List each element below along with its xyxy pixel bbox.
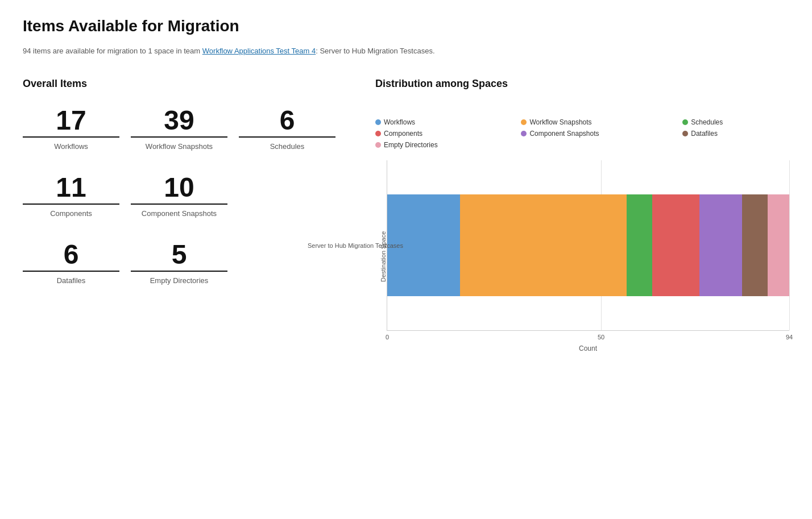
y-axis-label: Destination Space bbox=[375, 160, 387, 352]
stat-item: 39Workflow Snapshots bbox=[131, 107, 227, 151]
legend-item: Datafiles bbox=[682, 130, 789, 138]
legend-dot bbox=[682, 131, 688, 136]
stat-label: Workflows bbox=[54, 142, 88, 151]
legend-dot bbox=[521, 119, 527, 125]
legend-dot bbox=[682, 119, 688, 125]
bar-segment-component-snapshots bbox=[699, 194, 742, 296]
x-tick: 94 bbox=[786, 334, 793, 341]
chart-area: 05094Server to Hub Migration Testcases bbox=[387, 160, 789, 331]
stat-item: 11Components bbox=[23, 174, 119, 218]
space-label: Server to Hub Migration Testcases bbox=[308, 242, 403, 249]
x-tick: 50 bbox=[598, 334, 604, 341]
subtitle: 94 items are available for migration to … bbox=[23, 47, 789, 55]
stat-item: 17Workflows bbox=[23, 107, 119, 151]
left-panel: Overall Items 17Workflows39Workflow Snap… bbox=[23, 78, 353, 285]
stat-number: 10 bbox=[131, 174, 227, 205]
legend-label: Component Snapshots bbox=[529, 130, 599, 138]
stat-item: 10Component Snapshots bbox=[131, 174, 227, 218]
legend-dot bbox=[375, 119, 381, 125]
bar-segment-empty-directories bbox=[768, 194, 789, 296]
right-panel: Distribution among Spaces WorkflowsWorkf… bbox=[375, 78, 789, 352]
legend-label: Empty Directories bbox=[384, 141, 438, 149]
distribution-title: Distribution among Spaces bbox=[375, 78, 789, 90]
stat-number: 39 bbox=[131, 107, 227, 138]
legend-dot bbox=[375, 131, 381, 136]
legend-item: Component Snapshots bbox=[521, 130, 665, 138]
bar-row: Server to Hub Migration Testcases bbox=[387, 160, 789, 330]
stat-label: Component Snapshots bbox=[142, 209, 217, 218]
legend: WorkflowsWorkflow SnapshotsSchedulesComp… bbox=[375, 118, 789, 149]
stat-label: Empty Directories bbox=[150, 276, 209, 285]
overall-items-title: Overall Items bbox=[23, 78, 353, 90]
x-axis-title: Count bbox=[387, 344, 789, 352]
stat-label: Datafiles bbox=[57, 276, 86, 285]
bar-segment-workflow-snapshots bbox=[460, 194, 627, 296]
subtitle-prefix: 94 items are available for migration to … bbox=[23, 47, 202, 55]
stat-number: 11 bbox=[23, 174, 119, 205]
stat-item: 6Datafiles bbox=[23, 241, 119, 285]
legend-label: Schedules bbox=[691, 118, 723, 126]
stat-number: 6 bbox=[23, 241, 119, 272]
stat-label: Components bbox=[50, 209, 92, 218]
stat-number: 6 bbox=[239, 107, 335, 138]
page-title: Items Available for Migration bbox=[23, 17, 789, 35]
bar-segment-components bbox=[652, 194, 699, 296]
legend-item: Workflow Snapshots bbox=[521, 118, 665, 126]
legend-label: Workflow Snapshots bbox=[529, 118, 591, 126]
chart-inner: 05094Server to Hub Migration Testcases C… bbox=[387, 160, 789, 352]
x-tick: 0 bbox=[386, 334, 389, 341]
bar-segment-schedules bbox=[627, 194, 652, 296]
stats-grid: 17Workflows39Workflow Snapshots6Schedule… bbox=[23, 107, 335, 285]
stat-label: Schedules bbox=[270, 142, 305, 151]
legend-label: Datafiles bbox=[691, 130, 718, 138]
stat-label: Workflow Snapshots bbox=[146, 142, 213, 151]
legend-label: Components bbox=[384, 130, 422, 138]
legend-dot bbox=[521, 131, 527, 136]
legend-item: Components bbox=[375, 130, 504, 138]
grid-line bbox=[789, 160, 790, 330]
chart-container: WorkflowsWorkflow SnapshotsSchedulesComp… bbox=[375, 107, 789, 352]
stat-item: 5Empty Directories bbox=[131, 241, 227, 285]
legend-label: Workflows bbox=[384, 118, 415, 126]
subtitle-suffix: : Server to Hub Migration Testcases. bbox=[316, 47, 434, 55]
main-layout: Overall Items 17Workflows39Workflow Snap… bbox=[23, 78, 789, 352]
bar-group bbox=[387, 194, 789, 296]
stat-number: 17 bbox=[23, 107, 119, 138]
legend-item: Empty Directories bbox=[375, 141, 504, 149]
bar-segment-datafiles bbox=[742, 194, 768, 296]
legend-item: Schedules bbox=[682, 118, 789, 126]
stat-item: 6Schedules bbox=[239, 107, 335, 151]
legend-item: Workflows bbox=[375, 118, 504, 126]
team-link[interactable]: Workflow Applications Test Team 4 bbox=[202, 47, 316, 55]
chart-wrapper: Destination Space 05094Server to Hub Mig… bbox=[375, 160, 789, 352]
legend-dot bbox=[375, 142, 381, 148]
stat-number: 5 bbox=[131, 241, 227, 272]
